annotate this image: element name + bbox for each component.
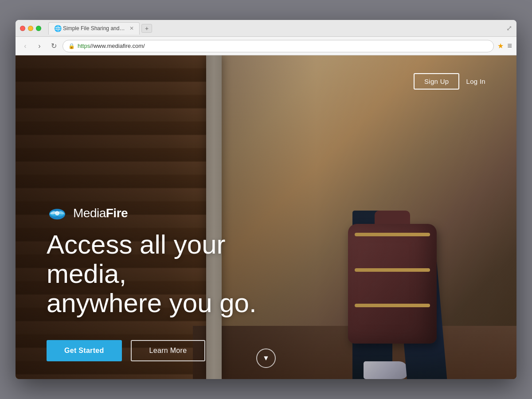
learn-more-button[interactable]: Learn More [131, 340, 206, 361]
get-started-button[interactable]: Get Started [47, 340, 122, 361]
hero-section: Sign Up Log In MediaFire [16, 55, 516, 379]
hero-logo: MediaFire [47, 205, 485, 221]
tab-bar: 🌐 Simple File Sharing and St... ✕ + [48, 22, 503, 35]
active-tab[interactable]: 🌐 Simple File Sharing and St... ✕ [48, 22, 140, 35]
browser-addressbar: ‹ › ↻ 🔒 https//www.mediafire.com/ ★ ≡ [16, 37, 516, 55]
tab-close-icon[interactable]: ✕ [129, 25, 134, 31]
ssl-icon: 🔒 [68, 43, 75, 49]
window-controls [20, 26, 41, 31]
signup-button[interactable]: Sign Up [414, 73, 459, 90]
back-button[interactable]: ‹ [20, 41, 31, 51]
reload-button[interactable]: ↻ [48, 41, 59, 51]
tab-favicon-icon: 🌐 [54, 25, 60, 31]
hero-headline: Access all your media, anywhere you go. [47, 230, 304, 318]
close-button[interactable] [20, 26, 25, 31]
logo-text-bold: Fire [106, 206, 128, 220]
address-domain: //www.mediafire.com/ [90, 43, 145, 49]
new-tab-button[interactable]: + [141, 24, 152, 33]
logo-text: MediaFire [73, 206, 128, 220]
mediafire-logo-icon [47, 205, 68, 221]
svg-point-1 [55, 211, 59, 215]
forward-button[interactable]: › [34, 41, 45, 51]
headline-line1: Access all your media, [47, 230, 225, 289]
headline-line2: anywhere you go. [47, 288, 257, 318]
minimize-button[interactable] [28, 26, 33, 31]
menu-icon[interactable]: ≡ [507, 41, 512, 51]
scroll-down-icon: ▼ [262, 354, 270, 362]
expand-icon[interactable]: ⤢ [506, 24, 512, 32]
browser-window: 🌐 Simple File Sharing and St... ✕ + ⤢ ‹ … [16, 20, 516, 379]
address-bar[interactable]: 🔒 https//www.mediafire.com/ [63, 40, 494, 52]
address-https: https [78, 43, 90, 49]
hero-content: Sign Up Log In MediaFire [16, 55, 516, 379]
bookmark-icon[interactable]: ★ [497, 42, 504, 50]
hero-nav: Sign Up Log In [47, 73, 485, 90]
scroll-down-button[interactable]: ▼ [256, 348, 276, 368]
logo-text-light: Media [73, 206, 106, 220]
maximize-button[interactable] [36, 26, 41, 31]
browser-titlebar: 🌐 Simple File Sharing and St... ✕ + ⤢ [16, 20, 516, 37]
tab-title: Simple File Sharing and St... [63, 25, 125, 31]
login-button[interactable]: Log In [466, 78, 485, 85]
address-text: https//www.mediafire.com/ [78, 43, 488, 49]
